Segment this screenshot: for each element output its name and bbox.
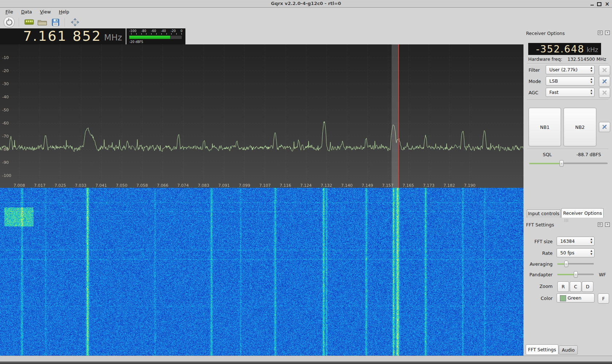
close-icon[interactable]: × bbox=[605, 2, 609, 6]
spinner-icon[interactable]: ▲▼ bbox=[591, 238, 592, 244]
y-axis-label: -50 bbox=[2, 108, 13, 112]
wrench-icon bbox=[602, 92, 607, 93]
splitter-grip[interactable]: ||| bbox=[564, 218, 569, 222]
spinner-icon[interactable]: ▲▼ bbox=[591, 78, 592, 84]
zoom-button-r[interactable]: R bbox=[557, 281, 569, 292]
slider-handle[interactable] bbox=[574, 271, 578, 278]
fft-size-label: FFT size bbox=[523, 239, 553, 244]
menu-item-view[interactable]: View bbox=[36, 8, 55, 16]
device-config-button[interactable] bbox=[24, 17, 34, 27]
waterfall-canvas[interactable] bbox=[0, 188, 523, 356]
tab-receiver-options[interactable]: Receiver Options bbox=[561, 208, 604, 218]
meter-tick bbox=[171, 33, 172, 35]
waterfall[interactable] bbox=[0, 188, 524, 356]
bottom-strip bbox=[0, 356, 612, 362]
float-dock-icon[interactable] bbox=[598, 222, 603, 227]
y-axis-label: -10 bbox=[2, 55, 13, 60]
close-dock-icon[interactable]: × bbox=[605, 31, 610, 35]
agc-label: AGC bbox=[529, 90, 538, 95]
menu-item-data[interactable]: Data bbox=[17, 8, 36, 16]
spinner-icon[interactable]: ▲▼ bbox=[591, 89, 592, 95]
averaging-slider[interactable] bbox=[557, 261, 594, 267]
slider-handle[interactable] bbox=[560, 160, 564, 167]
nb1-button[interactable]: NB1 bbox=[529, 108, 561, 146]
meter-tick-label: -60 bbox=[151, 29, 156, 33]
y-axis-label: -30 bbox=[2, 82, 13, 86]
tab-receiver-options-label: Receiver Options bbox=[563, 210, 602, 216]
minimize-icon[interactable] bbox=[591, 5, 594, 5]
rate-spinbox[interactable]: 50 fps ▲▼ bbox=[557, 248, 595, 257]
zoom-button-c[interactable]: C bbox=[570, 281, 581, 292]
pan-button[interactable] bbox=[70, 17, 80, 27]
spectrum-canvas[interactable] bbox=[0, 44, 523, 188]
filter-label: Filter bbox=[529, 67, 540, 73]
x-axis-label: 7.074 bbox=[177, 183, 189, 188]
x-axis-label: 7.058 bbox=[136, 183, 148, 188]
meter-tick-label: -80 bbox=[141, 29, 146, 33]
x-axis-label: 7.017 bbox=[34, 183, 46, 188]
meter-tick-label: -20 bbox=[171, 29, 176, 33]
tab-input-controls[interactable]: Input controls bbox=[527, 209, 561, 218]
nb2-button[interactable]: NB2 bbox=[564, 108, 596, 146]
open-button[interactable] bbox=[37, 17, 47, 27]
hardware-freq-label: Hardware freq: bbox=[528, 56, 562, 62]
meter-tick-label: -100 bbox=[129, 29, 136, 33]
float-dock-icon[interactable] bbox=[598, 31, 603, 35]
zoom-button-d[interactable]: D bbox=[582, 281, 593, 292]
fill-toggle-button[interactable]: F bbox=[598, 293, 609, 304]
receiver-dock-title: Receiver Options bbox=[526, 31, 565, 36]
meter-tick-label: 0 bbox=[181, 29, 183, 33]
meter-tick bbox=[141, 33, 142, 35]
spinner-icon[interactable]: ▲▼ bbox=[591, 249, 592, 256]
spectrum-plot[interactable]: -10-20-30-40-50-60-70-80-90-100 7.0087.0… bbox=[0, 44, 524, 188]
folder-open-icon bbox=[38, 19, 47, 26]
tab-fft-settings[interactable]: FFT Settings bbox=[526, 344, 558, 355]
color-combobox[interactable]: Green bbox=[557, 293, 595, 302]
mode-combobox[interactable]: LSB ▲▼ bbox=[546, 76, 595, 86]
sql-slider[interactable] bbox=[529, 160, 608, 167]
y-axis-label: -100 bbox=[2, 173, 13, 178]
separator bbox=[527, 100, 608, 100]
frequency-display[interactable]: 7.161 852 MHz bbox=[0, 28, 126, 44]
spinner-icon[interactable]: ▲▼ bbox=[591, 66, 592, 73]
agc-config-button[interactable] bbox=[599, 88, 610, 98]
maximize-icon[interactable] bbox=[597, 2, 601, 6]
filter-config-button[interactable] bbox=[599, 65, 610, 75]
menu-item-help[interactable]: Help bbox=[55, 8, 73, 16]
tab-audio[interactable]: Audio bbox=[559, 345, 578, 355]
titlebar[interactable]: Gqrx v2.2.0-4-g12c0 - rtl=0 × bbox=[0, 0, 612, 8]
offset-display[interactable]: -352.648 kHz bbox=[528, 43, 601, 55]
meter-tick bbox=[131, 33, 132, 35]
x-axis-label: 7.149 bbox=[362, 183, 373, 188]
separator bbox=[527, 149, 608, 150]
pandapter-slider[interactable] bbox=[557, 271, 594, 278]
tune-cursor[interactable] bbox=[398, 44, 399, 188]
filter-passband[interactable] bbox=[392, 44, 399, 188]
x-axis-label: 7.033 bbox=[75, 183, 87, 188]
meter-tick bbox=[181, 33, 182, 35]
frequency-unit: MHz bbox=[104, 33, 122, 42]
mode-config-button[interactable] bbox=[599, 76, 610, 87]
slider-fill bbox=[557, 274, 576, 275]
right-panel: Receiver Options × -352.648 kHz Hardware… bbox=[523, 28, 612, 356]
meter-tick bbox=[136, 33, 137, 35]
x-axis-label: 7.099 bbox=[239, 183, 250, 188]
meter-tick bbox=[166, 33, 167, 35]
slider-handle[interactable] bbox=[564, 261, 568, 267]
agc-combobox[interactable]: Fast ▲▼ bbox=[546, 88, 595, 97]
menubar: FileDataViewHelp bbox=[0, 8, 612, 16]
nb-config-button[interactable] bbox=[599, 122, 610, 132]
x-axis-label: 7.165 bbox=[403, 183, 414, 188]
menu-item-file[interactable]: File bbox=[1, 8, 17, 16]
power-button[interactable] bbox=[4, 17, 15, 28]
save-button[interactable] bbox=[50, 17, 60, 27]
x-axis-label: 7.091 bbox=[218, 183, 230, 188]
toolbar bbox=[0, 16, 612, 28]
close-dock-icon[interactable]: × bbox=[605, 222, 610, 227]
offset-value[interactable]: -352.648 bbox=[536, 44, 585, 55]
x-axis-label: 7.116 bbox=[280, 183, 291, 188]
wrench-icon bbox=[602, 70, 607, 71]
fft-size-spinbox[interactable]: 16384 ▲▼ bbox=[557, 237, 595, 246]
filter-combobox[interactable]: User (2.77k) ▲▼ bbox=[546, 65, 595, 74]
frequency-value[interactable]: 7.161 852 bbox=[23, 29, 101, 44]
